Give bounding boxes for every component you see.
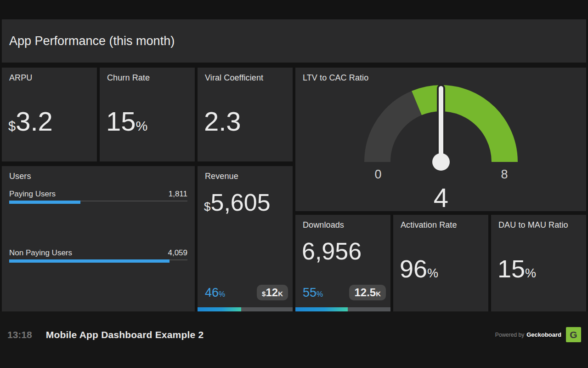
revenue-percent-sign: % [219, 290, 225, 298]
revenue-progress-fill [198, 307, 241, 311]
gauge-max-label: 8 [501, 167, 508, 181]
paying-users-label: Paying Users [9, 190, 56, 199]
tile-downloads: Downloads 6,956 55% 12.5K [295, 215, 390, 311]
dashboard-name: Mobile App Dashboard Example 2 [46, 329, 204, 340]
churn-value: 15% [106, 108, 147, 135]
revenue-goal-unit: K [278, 290, 283, 298]
revenue-number: 5,605 [210, 189, 270, 216]
activation-value: 96% [400, 256, 438, 281]
downloads-goal-number: 12.5 [354, 286, 376, 299]
non-paying-users-value: 4,059 [168, 248, 187, 258]
paying-users-bar [9, 201, 187, 204]
tile-churn-title: Churn Rate [107, 73, 150, 83]
users-row-non-paying: Non Paying Users 4,059 [9, 248, 187, 264]
tile-dau-title: DAU to MAU Ratio [498, 220, 568, 230]
non-paying-users-bar-fill [9, 259, 170, 263]
revenue-progress-track [198, 307, 293, 311]
gauge-min-label: 0 [374, 167, 381, 181]
tile-viral-title: Viral Coefficient [205, 73, 263, 83]
tile-revenue-title: Revenue [205, 172, 238, 181]
tile-arpu-title: ARPU [9, 73, 32, 83]
gauge-arc-green [417, 98, 505, 162]
gauge-current-value: 4 [434, 183, 448, 211]
tile-gauge-title: LTV to CAC Ratio [303, 73, 368, 83]
downloads-percent-sign: % [317, 290, 323, 298]
revenue-percent-number: 46 [205, 286, 219, 299]
tile-revenue: Revenue $5,605 46% $12K [198, 166, 293, 311]
header-tile: App Performance (this month) [2, 19, 586, 63]
clock: 13:18 [7, 329, 32, 340]
downloads-number: 6,956 [302, 238, 362, 264]
footer-bar: 13:18 Mobile App Dashboard Example 2 Pow… [0, 311, 588, 368]
downloads-goal-badge: 12.5K [349, 285, 386, 300]
arpu-currency-prefix: $ [8, 119, 16, 133]
tile-activation-title: Activation Rate [401, 220, 457, 230]
footer-content: 13:18 Mobile App Dashboard Example 2 Pow… [7, 327, 581, 342]
viral-number: 2.3 [204, 106, 241, 136]
downloads-percent: 55% [303, 287, 323, 299]
downloads-goal-unit: K [376, 290, 381, 298]
revenue-percent: 46% [205, 287, 225, 299]
revenue-goal-row: 46% $12K [205, 285, 288, 300]
tile-arpu: ARPU $3.2 [2, 68, 97, 161]
revenue-currency-prefix: $ [204, 200, 210, 213]
dau-number: 15 [498, 255, 525, 282]
non-paying-users-label: Non Paying Users [9, 248, 72, 258]
downloads-goal-row: 55% 12.5K [303, 285, 386, 300]
arpu-value: $3.2 [8, 108, 53, 135]
tile-viral-coefficient: Viral Coefficient 2.3 [198, 68, 293, 161]
paying-users-value: 1,811 [169, 190, 187, 199]
revenue-goal-number: 12 [266, 286, 278, 299]
downloads-percent-number: 55 [303, 286, 317, 299]
viral-value: 2.3 [204, 108, 241, 135]
tile-users-title: Users [9, 172, 31, 181]
dashboard-screen: App Performance (this month) ARPU $3.2 C… [0, 0, 588, 368]
tile-activation-rate: Activation Rate 96% [393, 215, 488, 311]
downloads-value: 6,956 [302, 239, 362, 263]
churn-number: 15 [106, 106, 136, 136]
downloads-progress-track [295, 307, 390, 311]
gauge-needle [438, 85, 444, 163]
tile-dau-mau-ratio: DAU to MAU Ratio 15% [491, 215, 586, 311]
powered-by-text: Powered by [495, 332, 524, 338]
revenue-goal-badge: $12K [257, 285, 288, 300]
churn-percent-sign: % [136, 119, 148, 133]
gauge-chart: 0 8 4 [295, 68, 586, 211]
downloads-progress-fill [295, 307, 348, 311]
non-paying-users-bar [9, 259, 187, 263]
tile-downloads-title: Downloads [303, 220, 344, 230]
dau-value: 15% [498, 256, 536, 281]
tile-users: Users Paying Users 1,811 Non Paying User… [2, 166, 195, 311]
powered-by-link[interactable]: Powered by Geckoboard G [495, 327, 581, 342]
activation-number: 96 [400, 255, 427, 282]
activation-percent-sign: % [427, 266, 438, 280]
dau-percent-sign: % [525, 266, 536, 280]
arpu-number: 3.2 [16, 106, 53, 136]
brand-name: Geckoboard [526, 331, 561, 338]
revenue-value: $5,605 [204, 190, 271, 214]
geckoboard-logo-icon: G [566, 327, 581, 342]
dashboard-header-title: App Performance (this month) [9, 34, 175, 48]
footer-left-group: 13:18 Mobile App Dashboard Example 2 [7, 329, 204, 340]
users-row-paying: Paying Users 1,811 [9, 190, 187, 205]
gauge-arc-low [378, 103, 417, 162]
gauge-needle-hub [432, 153, 450, 171]
tile-ltv-cac-gauge: LTV to CAC Ratio 0 8 4 [295, 68, 586, 211]
tile-churn-rate: Churn Rate 15% [100, 68, 195, 161]
paying-users-bar-fill [9, 201, 80, 204]
